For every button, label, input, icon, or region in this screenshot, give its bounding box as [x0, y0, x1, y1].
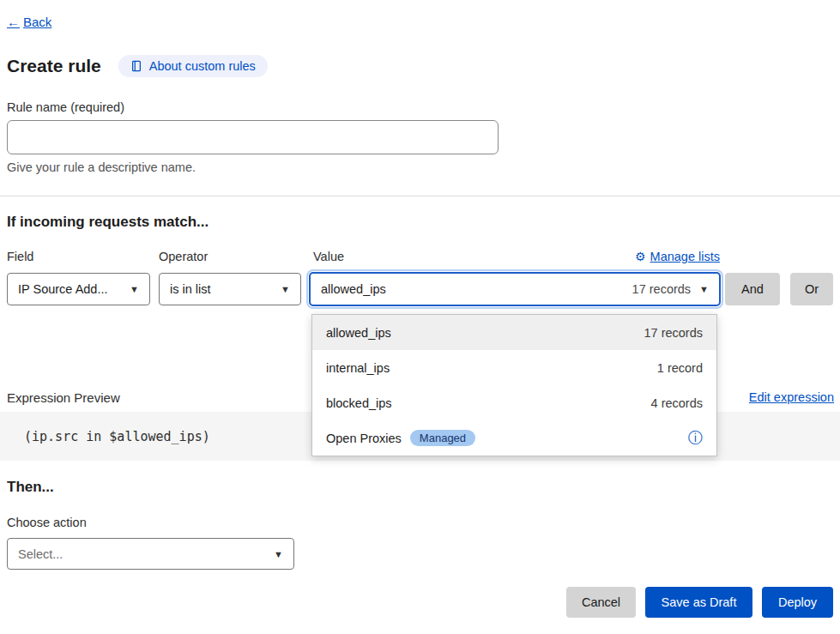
list-item-internal-ips[interactable]: internal_ips 1 record	[312, 350, 716, 385]
then-section-title: Then...	[7, 479, 54, 496]
list-item-name: Open Proxies	[326, 432, 402, 445]
and-button[interactable]: And	[725, 273, 780, 305]
managed-badge: Managed	[410, 430, 475, 446]
deploy-button[interactable]: Deploy	[762, 587, 833, 618]
list-item-open-proxies[interactable]: Open Proxies Managed ⓘ	[312, 420, 716, 456]
list-item-records: 1 record	[657, 361, 703, 375]
operator-label: Operator	[159, 250, 208, 263]
list-item-allowed-ips[interactable]: allowed_ips 17 records	[312, 315, 716, 350]
chevron-down-icon: ▼	[130, 284, 139, 294]
choose-action-label: Choose action	[7, 516, 87, 529]
operator-select[interactable]: is in list ▼	[159, 273, 301, 305]
expression-code-text: (ip.src in $allowed_ips)	[24, 429, 210, 444]
field-select[interactable]: IP Source Add... ▼	[7, 273, 150, 305]
save-draft-button[interactable]: Save as Draft	[645, 587, 752, 618]
rule-name-input[interactable]	[7, 120, 499, 154]
book-icon	[130, 60, 142, 72]
about-custom-rules-link[interactable]: About custom rules	[118, 55, 268, 77]
list-item-records: 4 records	[651, 396, 703, 410]
value-records-count: 17 records	[632, 282, 692, 296]
manage-lists-label: Manage lists	[650, 250, 720, 263]
or-button[interactable]: Or	[790, 273, 833, 305]
match-section-title: If incoming requests match...	[7, 214, 208, 231]
divider	[0, 196, 840, 196]
manage-lists-link[interactable]: ⚙ Manage lists	[635, 250, 720, 263]
list-item-blocked-ips[interactable]: blocked_ips 4 records	[312, 385, 716, 420]
value-label: Value	[313, 250, 344, 263]
cancel-button[interactable]: Cancel	[566, 587, 636, 618]
rule-name-helper: Give your rule a descriptive name.	[7, 160, 196, 174]
list-item-records: 17 records	[644, 326, 703, 340]
page-title: Create rule	[7, 56, 101, 76]
value-select[interactable]: allowed_ips 17 records ▼	[309, 272, 721, 306]
title-row: Create rule About custom rules	[7, 55, 268, 77]
operator-select-value: is in list	[170, 282, 211, 296]
list-item-name: blocked_ips	[326, 396, 392, 410]
back-link[interactable]: ← Back	[7, 15, 51, 29]
list-item-name: allowed_ips	[326, 326, 391, 340]
action-select-placeholder: Select...	[18, 547, 63, 561]
create-rule-page: ← Back Create rule About custom rules Ru…	[0, 0, 840, 634]
rule-name-label: Rule name (required)	[7, 100, 124, 114]
expression-preview-label: Expression Preview	[7, 390, 120, 405]
chevron-down-icon: ▼	[699, 284, 709, 294]
field-label: Field	[7, 250, 33, 263]
about-custom-rules-label: About custom rules	[149, 59, 256, 73]
value-dropdown-panel: allowed_ips 17 records internal_ips 1 re…	[311, 314, 717, 456]
chevron-down-icon: ▼	[274, 549, 283, 559]
back-label: Back	[23, 15, 51, 29]
edit-expression-link[interactable]: Edit expression	[749, 390, 834, 404]
gear-icon: ⚙	[635, 250, 646, 263]
field-select-value: IP Source Add...	[18, 282, 108, 296]
info-icon[interactable]: ⓘ	[688, 431, 703, 445]
back-arrow-icon: ←	[7, 15, 20, 29]
action-select[interactable]: Select... ▼	[7, 538, 294, 570]
value-select-value: allowed_ips	[321, 282, 386, 296]
chevron-down-icon: ▼	[281, 284, 290, 294]
list-item-name: internal_ips	[326, 361, 390, 375]
